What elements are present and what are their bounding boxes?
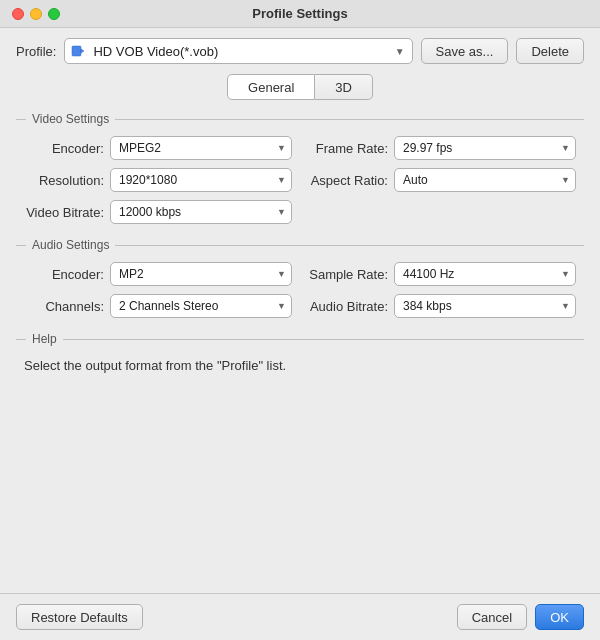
aspectratio-row: Aspect Ratio: Auto ▼ <box>308 168 576 192</box>
tab-3d[interactable]: 3D <box>315 74 373 100</box>
profile-row: Profile: HD VOB Video(*.vob) ▼ Save as..… <box>16 38 584 64</box>
videobitrate-select-wrapper: 12000 kbps ▼ <box>110 200 292 224</box>
tabs: General 3D <box>16 74 584 100</box>
resolution-select-wrapper: 1920*1080 ▼ <box>110 168 292 192</box>
samplerate-label: Sample Rate: <box>308 267 388 282</box>
help-text: Select the output format from the "Profi… <box>16 356 584 376</box>
audio-fields-grid: Encoder: MP2 ▼ Sample Rate: 44100 Hz ▼ <box>16 262 584 318</box>
channels-label: Channels: <box>24 299 104 314</box>
aspectratio-label: Aspect Ratio: <box>308 173 388 188</box>
profile-select-wrapper: HD VOB Video(*.vob) ▼ <box>64 38 412 64</box>
channels-select-wrapper: 2 Channels Stereo ▼ <box>110 294 292 318</box>
cancel-button[interactable]: Cancel <box>457 604 527 630</box>
videobitrate-label: Video Bitrate: <box>24 205 104 220</box>
encoder-label: Encoder: <box>24 141 104 156</box>
channels-row: Channels: 2 Channels Stereo ▼ <box>24 294 292 318</box>
main-content: Profile: HD VOB Video(*.vob) ▼ Save as..… <box>0 28 600 593</box>
maximize-button[interactable] <box>48 8 60 20</box>
profile-select[interactable]: HD VOB Video(*.vob) <box>64 38 412 64</box>
audiobitrate-row: Audio Bitrate: 384 kbps ▼ <box>308 294 576 318</box>
help-section: Help Select the output format from the "… <box>16 332 584 579</box>
videobitrate-row: Video Bitrate: 12000 kbps ▼ <box>24 200 292 224</box>
framerate-label: Frame Rate: <box>308 141 388 156</box>
audio-encoder-label: Encoder: <box>24 267 104 282</box>
audio-settings-title: Audio Settings <box>32 238 109 252</box>
audiobitrate-select[interactable]: 384 kbps <box>394 294 576 318</box>
framerate-row: Frame Rate: 29.97 fps ▼ <box>308 136 576 160</box>
audio-settings-section: Audio Settings Encoder: MP2 ▼ Sample Rat… <box>16 238 584 318</box>
bottom-right-buttons: Cancel OK <box>457 604 584 630</box>
delete-button[interactable]: Delete <box>516 38 584 64</box>
window-title: Profile Settings <box>252 6 347 21</box>
audiobitrate-label: Audio Bitrate: <box>308 299 388 314</box>
resolution-label: Resolution: <box>24 173 104 188</box>
help-title: Help <box>32 332 57 346</box>
bottom-bar: Restore Defaults Cancel OK <box>0 593 600 640</box>
framerate-select[interactable]: 29.97 fps <box>394 136 576 160</box>
samplerate-select-wrapper: 44100 Hz ▼ <box>394 262 576 286</box>
audio-settings-header: Audio Settings <box>16 238 584 252</box>
save-as-button[interactable]: Save as... <box>421 38 509 64</box>
encoder-select[interactable]: MPEG2 <box>110 136 292 160</box>
help-header: Help <box>16 332 584 346</box>
svg-rect-0 <box>72 46 81 56</box>
video-icon <box>70 43 86 59</box>
video-settings-title: Video Settings <box>32 112 109 126</box>
videobitrate-select[interactable]: 12000 kbps <box>110 200 292 224</box>
samplerate-select[interactable]: 44100 Hz <box>394 262 576 286</box>
framerate-select-wrapper: 29.97 fps ▼ <box>394 136 576 160</box>
aspectratio-select-wrapper: Auto ▼ <box>394 168 576 192</box>
audio-encoder-row: Encoder: MP2 ▼ <box>24 262 292 286</box>
samplerate-row: Sample Rate: 44100 Hz ▼ <box>308 262 576 286</box>
encoder-select-wrapper: MPEG2 ▼ <box>110 136 292 160</box>
restore-defaults-button[interactable]: Restore Defaults <box>16 604 143 630</box>
video-settings-section: Video Settings Encoder: MPEG2 ▼ Frame Ra… <box>16 112 584 224</box>
resolution-row: Resolution: 1920*1080 ▼ <box>24 168 292 192</box>
svg-marker-1 <box>81 49 84 53</box>
channels-select[interactable]: 2 Channels Stereo <box>110 294 292 318</box>
title-bar: Profile Settings <box>0 0 600 28</box>
ok-button[interactable]: OK <box>535 604 584 630</box>
audio-encoder-select[interactable]: MP2 <box>110 262 292 286</box>
profile-label: Profile: <box>16 44 56 59</box>
close-button[interactable] <box>12 8 24 20</box>
video-fields-grid: Encoder: MPEG2 ▼ Frame Rate: 29.97 fps ▼ <box>16 136 584 224</box>
traffic-lights <box>12 8 60 20</box>
aspectratio-select[interactable]: Auto <box>394 168 576 192</box>
tab-general[interactable]: General <box>227 74 315 100</box>
video-settings-header: Video Settings <box>16 112 584 126</box>
resolution-select[interactable]: 1920*1080 <box>110 168 292 192</box>
audiobitrate-select-wrapper: 384 kbps ▼ <box>394 294 576 318</box>
encoder-row: Encoder: MPEG2 ▼ <box>24 136 292 160</box>
audio-encoder-select-wrapper: MP2 ▼ <box>110 262 292 286</box>
minimize-button[interactable] <box>30 8 42 20</box>
